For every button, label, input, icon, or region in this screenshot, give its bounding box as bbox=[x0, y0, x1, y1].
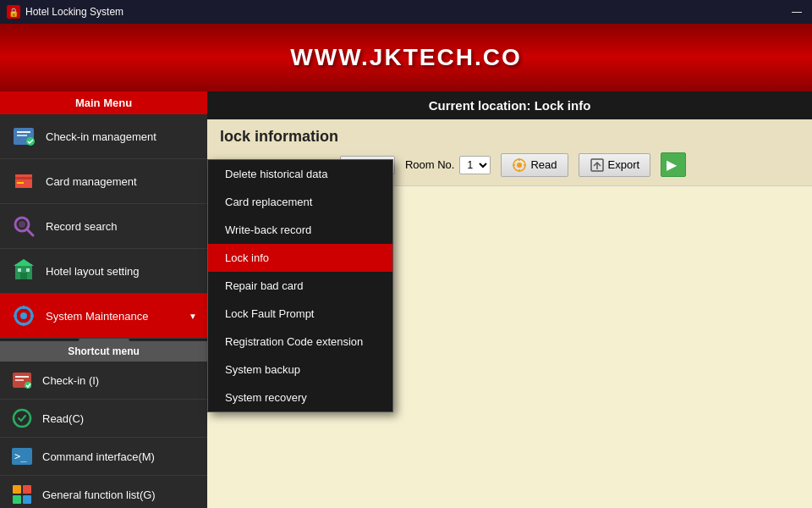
sidebar-separator bbox=[0, 339, 207, 341]
svg-rect-21 bbox=[15, 376, 29, 378]
read-button[interactable]: Read bbox=[501, 153, 568, 177]
svg-rect-4 bbox=[15, 177, 32, 179]
context-menu-item-lock-fault-prompt[interactable]: Lock Fault Prompt bbox=[208, 300, 392, 328]
lock-info-title: lock information bbox=[220, 128, 799, 146]
sidebar-item-record-search[interactable]: Record search bbox=[0, 204, 207, 249]
shortcut-item-check-in-label: Check-in (I) bbox=[42, 374, 99, 387]
svg-rect-27 bbox=[13, 485, 21, 494]
shortcut-checkin-icon bbox=[10, 368, 34, 392]
shortcut-item-command-interface-label: Command interface(M) bbox=[42, 450, 155, 463]
svg-rect-1 bbox=[17, 131, 30, 133]
shortcut-item-check-in[interactable]: Check-in (I) bbox=[0, 362, 207, 400]
svg-rect-29 bbox=[13, 495, 21, 504]
export-icon bbox=[590, 157, 605, 173]
export-button[interactable]: Export bbox=[579, 153, 651, 177]
sidebar-nav: Check-in management Card management bbox=[0, 114, 207, 339]
record-icon bbox=[10, 213, 37, 240]
sidebar-item-hotel-layout-setting[interactable]: Hotel layout setting bbox=[0, 249, 207, 294]
room-no-label: Room No. bbox=[405, 158, 455, 171]
titlebar-controls: — bbox=[788, 5, 805, 19]
svg-point-8 bbox=[19, 221, 25, 228]
context-menu-item-write-back-record[interactable]: Write-back record bbox=[208, 216, 392, 244]
shortcut-item-command-interface[interactable]: >_ Command interface(M) bbox=[0, 438, 207, 476]
header-logo: WWW.JKTECH.CO bbox=[290, 44, 521, 71]
titlebar: 🔒 Hotel Locking System — bbox=[0, 0, 812, 24]
minimize-button[interactable]: — bbox=[788, 5, 805, 19]
room-no-group: Room No. 1 2 3 bbox=[405, 156, 491, 174]
sidebar-item-card-management[interactable]: Card management bbox=[0, 159, 207, 204]
svg-rect-2 bbox=[17, 135, 27, 136]
svg-point-32 bbox=[517, 163, 522, 168]
shortcut-item-general-function-list[interactable]: General function list(G) bbox=[0, 476, 207, 508]
svg-point-24 bbox=[14, 410, 30, 427]
svg-marker-10 bbox=[14, 259, 34, 266]
export-button-label: Export bbox=[608, 158, 640, 171]
context-menu-item-system-recovery[interactable]: System recovery bbox=[208, 384, 392, 411]
hotel-icon bbox=[10, 257, 37, 284]
svg-text:>_: >_ bbox=[14, 450, 27, 462]
main-container: Main Menu Check-in management bbox=[0, 91, 812, 508]
sidebar-item-system-maintenance[interactable]: System Maintenance ▼ bbox=[0, 294, 207, 339]
context-menu-item-system-backup[interactable]: System backup bbox=[208, 356, 392, 384]
shortcut-item-read[interactable]: Read(C) bbox=[0, 400, 207, 438]
room-no-select[interactable]: 1 2 3 bbox=[459, 156, 491, 174]
context-menu: Delete historical data Card replacement … bbox=[207, 159, 393, 412]
svg-line-7 bbox=[27, 229, 33, 235]
svg-rect-12 bbox=[18, 268, 21, 272]
context-menu-item-delete-historical-data[interactable]: Delete historical data bbox=[208, 160, 392, 188]
read-icon bbox=[512, 157, 527, 173]
sidebar-item-hotel-layout-setting-label: Hotel layout setting bbox=[46, 265, 140, 278]
system-icon bbox=[10, 302, 37, 329]
svg-rect-30 bbox=[23, 495, 31, 504]
sidebar-item-card-management-label: Card management bbox=[46, 175, 137, 188]
shortcut-general-icon bbox=[10, 483, 34, 506]
shortcut-read-icon bbox=[10, 406, 34, 430]
shortcut-item-read-label: Read(C) bbox=[42, 412, 84, 425]
card-icon bbox=[10, 168, 37, 195]
extra-button[interactable]: ▶ bbox=[661, 152, 686, 177]
sidebar-item-record-search-label: Record search bbox=[46, 220, 118, 233]
context-menu-item-repair-bad-card[interactable]: Repair bad card bbox=[208, 272, 392, 300]
svg-rect-13 bbox=[26, 268, 30, 272]
shortcut-menu-header: Shortcut menu bbox=[0, 341, 207, 362]
sidebar: Main Menu Check-in management bbox=[0, 91, 207, 508]
extra-icon: ▶ bbox=[667, 157, 677, 173]
main-menu-header: Main Menu bbox=[0, 91, 207, 114]
system-maintenance-arrow: ▼ bbox=[189, 312, 197, 321]
checkin-icon bbox=[10, 123, 37, 150]
context-menu-item-card-replacement[interactable]: Card replacement bbox=[208, 188, 392, 216]
svg-rect-22 bbox=[15, 379, 24, 381]
app-icon: 🔒 bbox=[7, 5, 20, 19]
svg-rect-5 bbox=[17, 182, 24, 184]
context-menu-item-lock-info[interactable]: Lock info bbox=[208, 244, 392, 272]
header: WWW.JKTECH.CO bbox=[0, 24, 812, 91]
sidebar-item-check-in-management-label: Check-in management bbox=[46, 130, 156, 143]
location-bar: Current location: Lock info bbox=[207, 91, 812, 119]
svg-point-15 bbox=[20, 312, 27, 319]
svg-rect-11 bbox=[20, 273, 27, 279]
sidebar-item-check-in-management[interactable]: Check-in management bbox=[0, 114, 207, 159]
svg-rect-28 bbox=[23, 485, 31, 494]
content-area: Current location: Lock info lock informa… bbox=[207, 91, 812, 508]
read-button-label: Read bbox=[530, 158, 557, 171]
sidebar-item-system-maintenance-label: System Maintenance bbox=[46, 310, 148, 323]
shortcut-command-icon: >_ bbox=[10, 444, 34, 468]
context-menu-item-registration-code-extension[interactable]: Registration Code extension bbox=[208, 328, 392, 356]
app-title: Hotel Locking System bbox=[25, 6, 788, 18]
shortcut-item-general-function-list-label: General function list(G) bbox=[42, 489, 156, 501]
